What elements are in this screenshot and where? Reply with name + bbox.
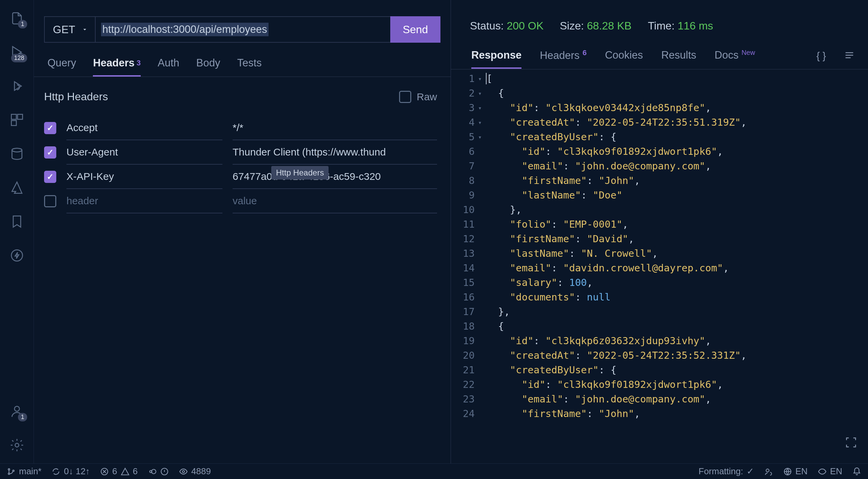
response-tabs: Response Headers 6 Cookies Results Docs … xyxy=(451,32,868,69)
size-value: 68.28 KB xyxy=(587,20,632,32)
response-status-row: Status: 200 OK Size: 68.28 KB Time: 116 … xyxy=(451,0,868,32)
extensions-icon[interactable] xyxy=(9,112,25,128)
tooltip: Http Headers xyxy=(271,166,329,180)
header-checkbox[interactable] xyxy=(44,195,56,207)
account-icon[interactable]: 1 xyxy=(9,403,25,419)
svg-point-9 xyxy=(8,473,9,474)
svg-point-8 xyxy=(8,468,9,470)
svg-point-6 xyxy=(14,406,19,411)
azure-icon[interactable] xyxy=(9,180,25,196)
method-select[interactable]: GET xyxy=(44,16,95,43)
header-key-input[interactable]: X-API-Key xyxy=(66,165,222,189)
header-value-input[interactable]: 67477a0d-041a-4186-ac59-c320 xyxy=(233,165,437,189)
header-value-input[interactable]: */* xyxy=(233,116,437,140)
sb-bell-icon[interactable] xyxy=(852,467,861,476)
svg-rect-2 xyxy=(17,114,22,120)
debug-icon[interactable] xyxy=(9,78,25,94)
svg-point-4 xyxy=(12,148,22,152)
explorer-badge: 1 xyxy=(18,20,27,28)
sb-errors[interactable]: 6 6 xyxy=(100,466,138,477)
header-checkbox[interactable] xyxy=(44,122,56,134)
header-row-new: header value xyxy=(44,189,437,213)
account-badge: 1 xyxy=(18,413,27,421)
svg-point-5 xyxy=(11,250,22,261)
tab-docs[interactable]: Docs New xyxy=(715,49,755,69)
svg-point-15 xyxy=(182,470,185,473)
raw-label: Raw xyxy=(417,91,437,103)
time-value: 116 ms xyxy=(677,20,713,32)
braces-icon[interactable]: { } xyxy=(816,50,826,68)
explorer-icon[interactable]: 1 xyxy=(9,10,25,26)
tab-response[interactable]: Response xyxy=(471,49,521,69)
sb-lang1[interactable]: EN xyxy=(783,466,808,477)
svg-point-7 xyxy=(15,443,19,447)
header-key-input[interactable]: User-Agent xyxy=(66,140,222,165)
header-checkbox[interactable] xyxy=(44,171,56,183)
header-checkbox[interactable] xyxy=(44,146,56,159)
header-value-input[interactable]: value xyxy=(233,189,437,213)
header-value-input[interactable]: Thunder Client (https://www.thund xyxy=(233,140,437,165)
header-row: X-API-Key67477a0d-041a-4186-ac59-c320Htt… xyxy=(44,165,437,189)
thunder-icon[interactable] xyxy=(9,247,25,264)
sb-lang2[interactable]: EN xyxy=(818,466,842,477)
svg-point-10 xyxy=(13,470,14,471)
svg-rect-3 xyxy=(11,121,16,126)
sb-branch[interactable]: main* xyxy=(7,466,41,477)
header-key-input[interactable]: header xyxy=(66,189,222,213)
chevron-down-icon xyxy=(81,26,88,33)
headers-title: Http Headers xyxy=(44,90,108,103)
sb-ports-icon[interactable] xyxy=(148,467,169,476)
request-tabs: Query Headers 3 Auth Body Tests xyxy=(34,43,451,77)
tab-headers[interactable]: Headers 3 xyxy=(93,57,141,77)
extensions-badge: 128 xyxy=(11,54,27,62)
expand-icon[interactable] xyxy=(844,436,858,453)
json-viewer[interactable]: 123456789101112131415161718192021222324 … xyxy=(451,69,868,463)
activity-bar: 1 128 1 xyxy=(0,0,34,463)
sb-watch[interactable]: 4889 xyxy=(179,466,211,477)
send-button[interactable]: Send xyxy=(390,16,440,43)
raw-checkbox[interactable] xyxy=(399,91,411,103)
bookmark-icon[interactable] xyxy=(9,213,25,230)
gear-icon[interactable] xyxy=(9,437,25,453)
method-label: GET xyxy=(53,23,75,36)
tab-query[interactable]: Query xyxy=(47,57,76,77)
tab-results[interactable]: Results xyxy=(661,49,696,69)
menu-icon[interactable] xyxy=(844,50,854,68)
header-key-input[interactable]: Accept xyxy=(66,116,222,140)
database-icon[interactable] xyxy=(9,146,25,162)
status-value: 200 OK xyxy=(507,20,544,32)
svg-point-16 xyxy=(766,469,769,472)
header-row: Accept*/* xyxy=(44,116,437,140)
tab-tests[interactable]: Tests xyxy=(237,57,261,77)
sb-sync[interactable]: 0↓ 12↑ xyxy=(52,466,90,477)
tab-auth[interactable]: Auth xyxy=(158,57,179,77)
tab-resp-headers[interactable]: Headers 6 xyxy=(540,48,587,69)
run-debug-icon[interactable]: 128 xyxy=(9,44,25,60)
status-bar: main* 0↓ 12↑ 6 6 4889 Formatting: ✓ EN E… xyxy=(0,463,868,479)
sb-feedback-icon[interactable] xyxy=(764,467,773,476)
sb-formatting[interactable]: Formatting: ✓ xyxy=(698,466,754,477)
tab-body[interactable]: Body xyxy=(196,57,220,77)
svg-rect-1 xyxy=(11,114,16,120)
url-input[interactable]: http://localhost:3000/api/employees xyxy=(95,16,390,43)
tab-cookies[interactable]: Cookies xyxy=(605,49,643,69)
header-row: User-AgentThunder Client (https://www.th… xyxy=(44,140,437,165)
